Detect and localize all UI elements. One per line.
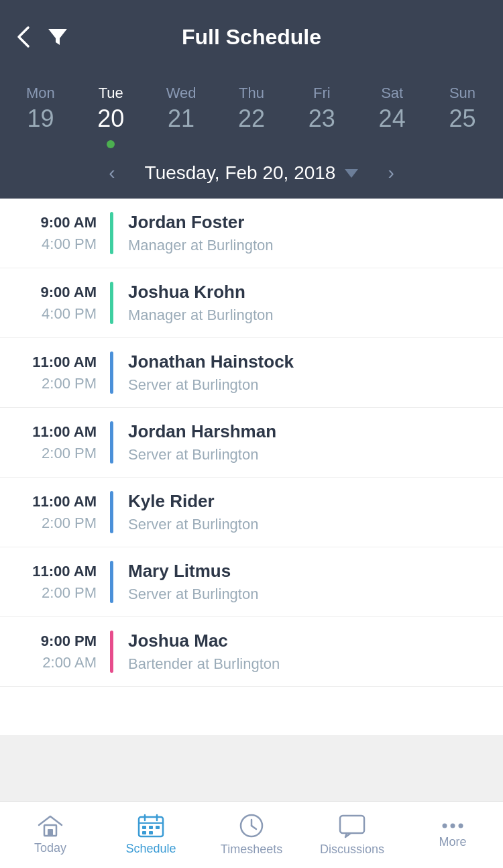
nav-schedule-label: Schedule xyxy=(125,842,176,856)
schedule-item[interactable]: 11:00 AM 2:00 PM Mary Litmus Server at B… xyxy=(0,547,503,617)
next-date-button[interactable]: › xyxy=(374,162,407,184)
clock-icon xyxy=(239,813,264,838)
nav-timesheets[interactable]: Timesheets xyxy=(201,813,302,857)
page-title: Full Schedule xyxy=(182,25,321,50)
shift-color-bar xyxy=(110,421,113,464)
nav-timesheets-label: Timesheets xyxy=(221,843,282,857)
day-mon[interactable]: Mon 19 xyxy=(10,85,70,133)
back-button[interactable] xyxy=(16,25,31,49)
svg-rect-10 xyxy=(142,831,146,834)
selected-date[interactable]: Tuesday, Feb 20, 2018 xyxy=(145,162,359,184)
nav-schedule[interactable]: Schedule xyxy=(101,814,201,856)
day-sun[interactable]: Sun 25 xyxy=(432,85,492,133)
schedule-list: 9:00 AM 4:00 PM Jordan Foster Manager at… xyxy=(0,199,503,735)
nav-discussions-label: Discussions xyxy=(320,843,384,857)
calendar-icon xyxy=(137,814,164,838)
schedule-item[interactable]: 9:00 AM 4:00 PM Jordan Foster Manager at… xyxy=(0,199,503,268)
svg-line-14 xyxy=(252,826,256,829)
shift-color-bar xyxy=(110,282,113,324)
day-thu[interactable]: Thu 22 xyxy=(221,85,282,133)
schedule-item[interactable]: 11:00 AM 2:00 PM Jonathan Hainstock Serv… xyxy=(0,338,503,408)
svg-marker-0 xyxy=(48,29,67,45)
day-fri[interactable]: Fri 23 xyxy=(292,85,352,133)
calendar-strip: Mon 19 Tue 20 Wed 21 Thu 22 Fri 23 Sat 2… xyxy=(0,74,503,199)
schedule-item[interactable]: 9:00 AM 4:00 PM Joshua Krohn Manager at … xyxy=(0,268,503,338)
day-sat[interactable]: Sat 24 xyxy=(362,85,423,133)
svg-point-18 xyxy=(459,824,463,828)
more-icon xyxy=(440,820,465,831)
app-header: Full Schedule xyxy=(0,0,503,74)
filter-button[interactable] xyxy=(47,26,68,48)
svg-point-16 xyxy=(443,824,447,828)
days-row: Mon 19 Tue 20 Wed 21 Thu 22 Fri 23 Sat 2… xyxy=(0,85,503,133)
day-tue[interactable]: Tue 20 xyxy=(80,85,141,133)
svg-rect-15 xyxy=(340,816,364,833)
nav-discussions[interactable]: Discussions xyxy=(302,813,402,857)
active-day-dot xyxy=(107,140,115,148)
dot-row xyxy=(0,138,503,150)
date-nav: ‹ Tuesday, Feb 20, 2018 › xyxy=(0,150,503,199)
day-wed[interactable]: Wed 21 xyxy=(151,85,211,133)
svg-point-17 xyxy=(451,824,455,828)
svg-rect-11 xyxy=(149,831,153,834)
nav-more[interactable]: More xyxy=(402,820,503,849)
shift-color-bar xyxy=(110,631,113,673)
svg-rect-8 xyxy=(149,826,153,829)
schedule-item[interactable]: 11:00 AM 2:00 PM Jordan Harshman Server … xyxy=(0,408,503,478)
nav-today[interactable]: Today xyxy=(0,814,101,855)
shift-color-bar xyxy=(110,212,113,254)
schedule-item[interactable]: 9:00 PM 2:00 AM Joshua Mac Bartender at … xyxy=(0,617,503,687)
date-dropdown-icon xyxy=(345,169,358,178)
svg-rect-9 xyxy=(156,826,160,829)
home-icon xyxy=(38,814,63,837)
svg-rect-2 xyxy=(48,829,53,836)
nav-today-label: Today xyxy=(34,841,66,855)
shift-color-bar xyxy=(110,491,113,533)
shift-color-bar xyxy=(110,351,113,394)
bottom-nav: Today Schedule Timesheets Discussions xyxy=(0,801,503,868)
schedule-item[interactable]: 11:00 AM 2:00 PM Kyle Rider Server at Bu… xyxy=(0,478,503,547)
nav-more-label: More xyxy=(439,835,466,849)
prev-date-button[interactable]: ‹ xyxy=(95,162,128,184)
shift-color-bar xyxy=(110,561,113,603)
svg-rect-7 xyxy=(142,826,146,829)
chat-icon xyxy=(339,813,366,838)
